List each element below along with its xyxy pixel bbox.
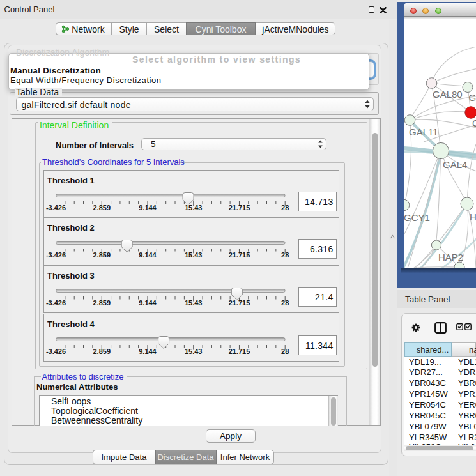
svg-text:21.715: 21.715 — [228, 203, 250, 211]
svg-text:-3.426: -3.426 — [46, 203, 66, 211]
svg-text:15.43: 15.43 — [185, 299, 203, 307]
svg-text:2.859: 2.859 — [93, 299, 111, 307]
svg-text:2.859: 2.859 — [93, 251, 111, 259]
svg-text:-3.426: -3.426 — [46, 251, 66, 259]
svg-text:-3.426: -3.426 — [46, 299, 66, 307]
svg-text:28: 28 — [281, 251, 289, 259]
svg-text:HAP2: HAP2 — [438, 252, 463, 263]
svg-text:21.715: 21.715 — [228, 347, 250, 355]
svg-text:GAL4: GAL4 — [443, 159, 467, 170]
svg-text:GA: GA — [469, 92, 476, 103]
svg-text:C: C — [472, 118, 476, 128]
svg-text:GAL80: GAL80 — [433, 89, 463, 100]
svg-text:15.43: 15.43 — [185, 251, 203, 259]
svg-text:15.43: 15.43 — [185, 347, 203, 355]
svg-text:21.715: 21.715 — [228, 299, 250, 307]
svg-text:9.144: 9.144 — [139, 203, 157, 211]
svg-text:9.144: 9.144 — [139, 299, 157, 307]
svg-text:2.859: 2.859 — [93, 203, 111, 211]
svg-text:15.43: 15.43 — [185, 203, 203, 211]
svg-text:28: 28 — [281, 299, 289, 307]
svg-text:2.859: 2.859 — [93, 347, 111, 355]
svg-text:9.144: 9.144 — [139, 251, 157, 259]
svg-text:9.144: 9.144 — [139, 347, 157, 355]
svg-text:21.715: 21.715 — [228, 251, 250, 259]
svg-text:GAL11: GAL11 — [409, 127, 438, 137]
svg-text:GCY1: GCY1 — [404, 212, 430, 223]
svg-text:H: H — [470, 211, 476, 222]
svg-text:28: 28 — [281, 347, 289, 355]
svg-text:-3.426: -3.426 — [46, 347, 66, 355]
svg-text:28: 28 — [281, 203, 289, 211]
